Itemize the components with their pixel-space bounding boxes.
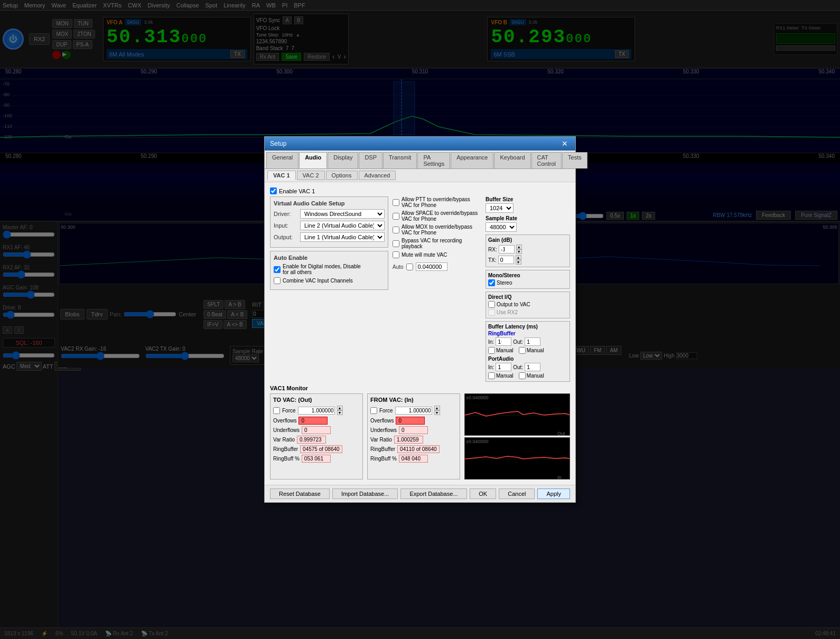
to-vac-ring-row: RingBuffer 04575 of 08640 (273, 445, 360, 453)
apply-button[interactable]: Apply (537, 488, 570, 499)
from-vac-rate-down[interactable]: ▼ (434, 410, 440, 415)
tab-audio[interactable]: Audio (299, 152, 327, 168)
import-db-button[interactable]: Import Database... (332, 488, 398, 499)
rx-gain-down[interactable]: ▼ (516, 249, 522, 254)
auto-enable-section: Auto Enable Enable for Digital modes, Di… (270, 251, 388, 290)
combine-vac-row: Combine VAC Input Channels (274, 277, 385, 284)
ptt-check[interactable] (393, 199, 399, 206)
combine-vac-check[interactable] (274, 277, 281, 284)
from-vac-rate-up[interactable]: ▲ (434, 406, 440, 410)
auto-check[interactable] (406, 264, 413, 270)
tab-appearance[interactable]: Appearance (451, 152, 493, 168)
tab-general[interactable]: General (266, 152, 298, 168)
from-vac-rate-input[interactable] (395, 407, 432, 415)
to-vac-underflows-label: Underflows (273, 427, 300, 433)
enable-vac-row: Enable VAC 1 (270, 187, 570, 194)
tab-tests[interactable]: Tests (562, 152, 587, 168)
rx-gain-label: RX: (488, 247, 497, 252)
auto-value-input[interactable] (416, 262, 447, 271)
dialog-main-area: Virtual Audio Cable Setup Driver: Window… (270, 196, 570, 382)
vac-setup-section: Virtual Audio Cable Setup Driver: Window… (270, 196, 388, 248)
cancel-button[interactable]: Cancel (499, 488, 535, 499)
output-vac-row: Output to VAC (488, 301, 567, 308)
from-vac-force-check[interactable] (370, 407, 377, 414)
output-label: Output: (274, 234, 297, 240)
subtab-vac1[interactable]: VAC 1 (267, 171, 296, 180)
rx-gain-input[interactable] (499, 245, 515, 253)
latency-in-input[interactable] (496, 337, 511, 346)
mono-stereo-section: Mono/Stereo Stereo (486, 270, 570, 289)
stereo-dialog-label: Stereo (497, 280, 512, 286)
input-select[interactable]: Line 2 (Virtual Audio Cable) (300, 221, 385, 230)
scope-in: ±0.040000 In (464, 437, 570, 480)
ring-buffer-label: RingBuffer (488, 331, 567, 336)
pa-manual-row: Manual Manual (488, 372, 567, 379)
pa-out-label: Out: (513, 364, 523, 370)
tab-display[interactable]: Display (328, 152, 358, 168)
subtab-advanced[interactable]: Advanced (359, 171, 396, 180)
enable-vac1-check[interactable] (270, 187, 277, 194)
to-vac-rate-up[interactable]: ▲ (337, 406, 343, 410)
port-audio-label: PortAudio (488, 356, 567, 362)
stereo-dialog-check[interactable] (488, 279, 495, 286)
tx-gain-input[interactable] (498, 256, 514, 264)
to-vac-var-val: 0.999723 (297, 436, 326, 444)
to-vac-var-row: Var Ratio 0.999723 (273, 436, 360, 444)
tx-gain-row: TX: ▲ ▼ (488, 255, 567, 265)
manual2-check[interactable] (519, 347, 526, 354)
tab-dsp[interactable]: DSP (359, 152, 382, 168)
to-vac-title: TO VAC: (Out) (273, 397, 360, 403)
ptt-row: Allow PTT to override/bypass VAC for Pho… (393, 196, 481, 208)
digital-mode-check[interactable] (274, 266, 281, 273)
output-select[interactable]: Line 1 (Virtual Audio Cable) (300, 232, 385, 242)
from-vac-var-row: Var Ratio 1.000259 (370, 436, 457, 444)
pa-in-input[interactable] (496, 363, 511, 371)
dialog-left-col: Virtual Audio Cable Setup Driver: Window… (270, 196, 388, 382)
bypass-row: Bypass VAC for recording playback (393, 238, 481, 249)
tx-gain-down[interactable]: ▼ (516, 260, 521, 265)
to-vac-overflows-label: Overflows (273, 418, 296, 424)
rx-gain-up[interactable]: ▲ (516, 245, 522, 249)
pa-manual2-check[interactable] (519, 372, 526, 379)
tx-gain-up[interactable]: ▲ (516, 255, 521, 260)
dialog-subtabs: VAC 1 VAC 2 Options Advanced (265, 169, 575, 182)
from-vac-var-val: 1.000259 (394, 436, 423, 444)
manual1-check[interactable] (488, 347, 495, 354)
direct-iq-label: Direct I/Q (488, 294, 567, 300)
subtab-options[interactable]: Options (326, 171, 358, 180)
tab-cat[interactable]: CAT Control (531, 152, 562, 168)
dialog-overlay[interactable]: Setup ✕ General Audio Display DSP Transm… (0, 0, 840, 639)
tab-transmit[interactable]: Transmit (383, 152, 417, 168)
to-vac-rate-input[interactable] (298, 407, 335, 415)
bypass-check[interactable] (393, 240, 399, 247)
pa-out-input[interactable] (525, 363, 540, 371)
tab-pa-settings[interactable]: PA Settings (417, 152, 450, 168)
mox-check[interactable] (393, 227, 399, 233)
space-check[interactable] (393, 213, 399, 220)
latency-out-input[interactable] (525, 337, 540, 346)
reset-db-button[interactable]: Reset Database (270, 488, 330, 499)
to-vac-overflows-row: Overflows 0 (273, 417, 360, 425)
scope-in-svg: ±0.040000 In (465, 438, 570, 479)
tab-keyboard[interactable]: Keyboard (494, 152, 530, 168)
dialog-close-button[interactable]: ✕ (559, 139, 570, 148)
to-vac-force-label: Force (282, 408, 296, 414)
rx-gain-row: RX: ▲ ▼ (488, 245, 567, 254)
sample-rate-label: Sample Rate (486, 215, 570, 221)
pa-manual1-check[interactable] (488, 372, 495, 379)
from-vac-ringpct-label: RingBuff % (370, 456, 397, 462)
subtab-vac2[interactable]: VAC 2 (297, 171, 325, 180)
gain-section: Gain (dB) RX: ▲ ▼ TX: (486, 234, 570, 267)
buffer-size-select[interactable]: 1024 (486, 203, 514, 213)
driver-select[interactable]: Windows DirectSound (300, 209, 385, 219)
mute-check[interactable] (393, 251, 399, 258)
dialog-tabs: General Audio Display DSP Transmit PA Se… (265, 151, 575, 169)
dialog-sample-rate-select[interactable]: 48000 (486, 222, 517, 232)
from-vac-force-row: Force ▲ ▼ (370, 406, 457, 415)
output-vac-check[interactable] (488, 301, 495, 308)
svg-text:In: In (557, 475, 562, 479)
to-vac-rate-down[interactable]: ▼ (337, 410, 343, 415)
ok-button[interactable]: OK (470, 488, 496, 499)
export-db-button[interactable]: Export Database... (400, 488, 466, 499)
to-vac-force-check[interactable] (273, 407, 280, 414)
